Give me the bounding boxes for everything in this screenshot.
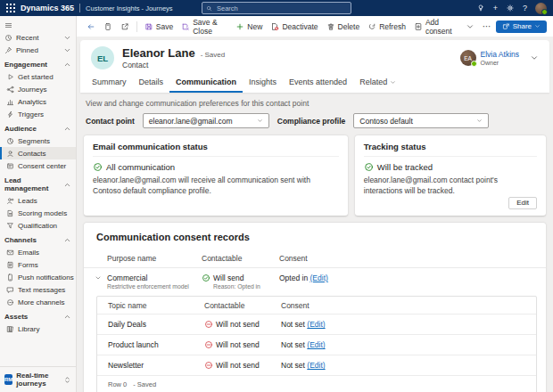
preferences-banner: View and change communication preference… [77, 93, 553, 113]
blocked-circle-icon [204, 320, 213, 329]
global-search[interactable] [202, 2, 351, 14]
hamburger-icon [4, 21, 12, 29]
share-button[interactable]: Share [496, 20, 547, 33]
form-tabs: Summary Details Communication Insights E… [80, 70, 549, 93]
tab-events-attended[interactable]: Events attended [283, 75, 353, 93]
sidebar-section-lead-management[interactable]: Lead management [0, 172, 76, 194]
add-icon[interactable]: + [493, 4, 498, 12]
save-button[interactable]: Save [141, 20, 177, 33]
user-avatar[interactable] [535, 3, 547, 14]
chevron-down-icon[interactable] [95, 274, 102, 282]
tab-insights[interactable]: Insights [243, 75, 283, 93]
split-chevron-button[interactable] [462, 20, 478, 33]
compliance-profile-select[interactable]: Contoso default [353, 113, 489, 128]
qualification-icon [6, 222, 14, 230]
collapse-header-icon[interactable] [530, 53, 539, 62]
sidebar-item-qualification[interactable]: Qualification [0, 219, 76, 232]
sidebar-item-label: Analytics [18, 98, 46, 106]
contact-point-value: eleanor.lane@gmail.com [149, 117, 233, 126]
edit-consent-link[interactable]: (Edit) [307, 340, 325, 349]
sidebar-section-engagement[interactable]: Engagement [0, 56, 76, 70]
open-in-new-window-button[interactable] [117, 20, 133, 33]
search-input[interactable] [215, 4, 347, 13]
back-button[interactable] [83, 20, 99, 33]
sidebar-item-pinned[interactable]: Pinned [0, 44, 76, 56]
table-row-daily-deals[interactable]: Daily Deals Will not send Not set (Edit) [97, 314, 536, 335]
tab-summary[interactable]: Summary [86, 75, 133, 93]
share-icon [502, 22, 510, 30]
sidebar-item-consent-center[interactable]: Consent center [0, 159, 76, 172]
sidebar-item-segments[interactable]: Segments [0, 135, 76, 147]
email-status-description: eleanor.lane@gmail.com will receive all … [93, 176, 339, 197]
chevron-down-icon[interactable] [63, 34, 71, 42]
table-row-product-launch[interactable]: Product launch Will not send Not set (Ed… [97, 335, 536, 355]
owner-avatar: EA [460, 50, 476, 66]
sidebar-item-label: Forms [18, 261, 38, 269]
chevron-down-icon[interactable] [63, 46, 71, 54]
forms-icon [6, 261, 14, 269]
related-label: Related [359, 78, 387, 86]
owner-name[interactable]: Elvia Atkins [481, 50, 519, 59]
sidebar-item-triggers[interactable]: Triggers [0, 108, 76, 120]
edit-consent-link[interactable]: (Edit) [310, 274, 328, 282]
sidebar-item-label: Library [18, 325, 39, 333]
brand-title[interactable]: Dynamics 365 [21, 4, 74, 12]
edit-tracking-button[interactable]: Edit [508, 197, 537, 209]
sidebar-item-recent[interactable]: Recent [0, 31, 76, 44]
tab-related[interactable]: Related [353, 75, 402, 93]
contact-point-select[interactable]: eleanor.lane@gmail.com [143, 113, 269, 128]
library-icon [6, 325, 14, 333]
edit-consent-link[interactable]: (Edit) [307, 320, 325, 329]
sidebar-item-contacts[interactable]: Contacts [0, 147, 76, 159]
new-button[interactable]: New [232, 20, 266, 33]
sidebar-item-more-channels[interactable]: More channels [0, 296, 76, 308]
table-row-newsletter[interactable]: Newsletter Will not send Not set (Edit) [97, 355, 536, 376]
delete-button[interactable]: Delete [323, 20, 364, 33]
sidebar-section-audience[interactable]: Audience [0, 120, 76, 135]
owner-field[interactable]: EA Elvia Atkins Owner [460, 50, 519, 66]
clipboard-button[interactable] [100, 20, 116, 33]
chevron-down-icon [390, 79, 396, 86]
sidebar-item-label: Pinned [16, 46, 38, 54]
sidebar-section-assets[interactable]: Assets [0, 308, 76, 323]
deactivate-button[interactable]: Deactivate [267, 20, 321, 33]
lightbulb-icon[interactable] [476, 4, 485, 12]
sidebar-item-forms[interactable]: Forms [0, 258, 76, 271]
tab-details[interactable]: Details [133, 75, 170, 93]
topics-table-header: Topic name Contactable Consent [97, 297, 536, 314]
sidebar-item-emails[interactable]: Emails [0, 246, 76, 258]
app-launcher-icon[interactable] [6, 4, 15, 12]
sidebar-section-channels[interactable]: Channels [0, 232, 76, 246]
share-label: Share [513, 22, 532, 30]
tab-communication[interactable]: Communication [169, 75, 243, 93]
add-consent-button[interactable]: Add consent [410, 16, 461, 37]
blocked-circle-icon [204, 361, 213, 370]
deactivate-label: Deactivate [282, 22, 318, 31]
sidebar-item-library[interactable]: Library [0, 323, 76, 335]
area-switcher[interactable]: RM Real-time journeys [0, 366, 76, 392]
compliance-profile-label: Compliance profile [277, 117, 346, 126]
chevron-down-icon [466, 22, 475, 31]
more-commands-icon[interactable]: ⋯ [479, 21, 495, 31]
sidebar-item-analytics[interactable]: Analytics [0, 95, 76, 108]
save-and-close-button[interactable]: Save & Close [177, 16, 231, 37]
help-icon[interactable]: ? [523, 4, 527, 12]
sidebar-item-get-started[interactable]: Get started [0, 70, 76, 83]
sidebar-item-journeys[interactable]: Journeys [0, 83, 76, 95]
check-circle-icon [93, 162, 103, 172]
clock-icon [4, 34, 12, 42]
edit-consent-link[interactable]: (Edit) [307, 361, 325, 370]
sidebar-item-text-messages[interactable]: Text messages [0, 283, 76, 296]
settings-gear-icon[interactable] [506, 4, 515, 12]
consent-value: Not set [281, 320, 305, 329]
sidebar-item-scoring-models[interactable]: Scoring models [0, 207, 76, 219]
refresh-button[interactable]: Refresh [364, 20, 409, 33]
tracking-status-card: Tracking status Will be tracked eleanor.… [355, 135, 546, 216]
row-count: Row 0 [108, 380, 127, 388]
sidebar-item-push-notifications[interactable]: Push notifications [0, 271, 76, 283]
sitemap-toggle[interactable] [0, 19, 76, 31]
table-row-commercial[interactable]: Commercial Restrictive enforcement model… [84, 268, 546, 295]
area-switcher-icon [63, 376, 71, 384]
site-map-sidebar: Recent Pinned Engagement Get started Jou… [0, 16, 77, 392]
sidebar-item-leads[interactable]: Leads [0, 194, 76, 207]
